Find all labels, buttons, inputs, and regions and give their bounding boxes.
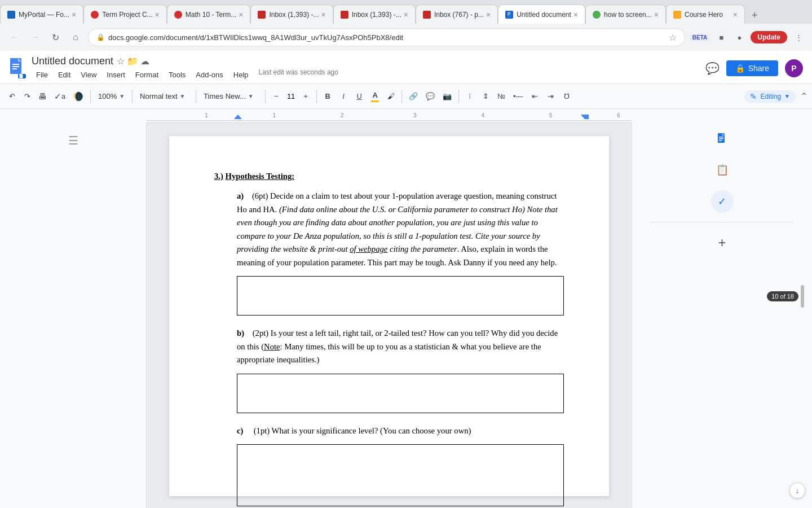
font-size-increase-button[interactable]: + <box>298 89 313 104</box>
editing-mode-chip[interactable]: ✎ Editing ▼ <box>744 90 796 103</box>
share-button[interactable]: 🔒 Share <box>726 60 778 76</box>
sheets-icon-right[interactable]: 📋 <box>711 159 734 181</box>
new-tab-button[interactable]: + <box>747 7 762 24</box>
document-page[interactable]: 3.) Hypothesis Testing: a) (6pt) Decide … <box>169 136 609 496</box>
tab-close-icon[interactable]: × <box>573 10 578 19</box>
tab-course-hero[interactable]: Course Hero × <box>666 5 745 24</box>
docs-logo: 📄 <box>9 57 27 80</box>
tab-close-icon[interactable]: × <box>155 10 160 19</box>
tab-inbox2[interactable]: Inbox (1,393) -... × <box>333 5 416 24</box>
zoom-select[interactable]: 100% ▼ <box>94 89 129 104</box>
style-select[interactable]: Normal text ▼ <box>136 89 192 104</box>
folder-icon[interactable]: 📁 <box>127 56 138 67</box>
avatar[interactable]: P <box>785 59 803 77</box>
font-size-decrease-button[interactable]: − <box>269 89 284 104</box>
style-value: Normal text <box>140 92 177 100</box>
undo-button[interactable]: ↶ <box>5 89 19 104</box>
clear-formatting-button[interactable]: ℧ <box>559 89 574 104</box>
text-color-button[interactable]: A <box>368 89 382 104</box>
menu-format[interactable]: Format <box>131 68 163 81</box>
last-edit-status: Last edit was seconds ago <box>259 68 338 81</box>
tab-myportal[interactable]: MyPortal — Fo... × <box>0 5 83 24</box>
profile-icon[interactable]: ● <box>732 30 746 44</box>
bulleted-list-button[interactable]: •— <box>510 89 527 104</box>
menu-help[interactable]: Help <box>229 68 253 81</box>
tab-how-to-screen[interactable]: how to screen... × <box>585 5 666 24</box>
tab-close-icon[interactable]: × <box>654 10 659 19</box>
extensions-icon[interactable]: ■ <box>714 30 728 44</box>
bold-button[interactable]: B <box>320 89 335 104</box>
left-panel: ☰ <box>0 122 147 508</box>
image-button[interactable]: 📷 <box>439 89 455 104</box>
answer-box-a[interactable] <box>237 276 564 316</box>
lock-icon: 🔒 <box>96 33 105 41</box>
comment-insert-button[interactable]: 💬 <box>422 89 438 104</box>
reload-button[interactable]: ↻ <box>47 29 63 45</box>
docs-header: 📄 Untitled document ☆ 📁 ☁ File Edit View… <box>0 51 812 84</box>
spellcheck-button[interactable]: ✓a <box>51 89 69 104</box>
menu-file[interactable]: File <box>32 68 52 81</box>
tasks-icon-right[interactable]: ✓ <box>711 190 734 213</box>
document-outline-icon[interactable]: ☰ <box>68 134 78 147</box>
back-button[interactable]: ← <box>7 29 23 45</box>
highlight-button[interactable]: 🖌 <box>383 89 398 104</box>
indent-increase-button[interactable]: ⇥ <box>544 89 558 104</box>
zoom-chevron-icon: ▼ <box>119 93 125 99</box>
document-title[interactable]: Untitled document <box>32 55 113 67</box>
tab-favicon <box>673 11 681 19</box>
share-label: Share <box>748 64 769 73</box>
tab-inbox1[interactable]: Inbox (1,393) -... × <box>250 5 333 24</box>
numbered-list-button[interactable]: № <box>494 89 509 104</box>
font-select[interactable]: Times New... ▼ <box>200 89 262 104</box>
document-area[interactable]: 3.) Hypothesis Testing: a) (6pt) Decide … <box>147 122 632 508</box>
tab-untitled-doc[interactable]: Untitled document × <box>498 5 585 24</box>
italic-button[interactable]: I <box>336 89 351 104</box>
tab-close-icon[interactable]: × <box>72 10 76 19</box>
tab-close-icon[interactable]: × <box>404 10 408 19</box>
divider5 <box>316 90 317 103</box>
menu-icon[interactable]: ⋮ <box>792 30 805 44</box>
svg-rect-1 <box>508 11 511 18</box>
cloud-icon[interactable]: ☁ <box>140 56 149 67</box>
tab-close-icon[interactable]: × <box>733 10 738 19</box>
menu-addons[interactable]: Add-ons <box>191 68 227 81</box>
answer-box-b[interactable] <box>237 374 564 413</box>
tab-close-icon[interactable]: × <box>239 10 243 19</box>
update-button[interactable]: Update <box>751 31 787 43</box>
indent-decrease-button[interactable]: ⇤ <box>528 89 542 104</box>
menu-tools[interactable]: Tools <box>164 68 190 81</box>
tab-title: Math 10 - Term... <box>186 11 236 19</box>
tab-favicon <box>341 11 348 19</box>
redo-button[interactable]: ↷ <box>20 89 34 104</box>
forward-button[interactable]: → <box>27 29 43 45</box>
docs-icon-right[interactable] <box>711 127 734 150</box>
tab-term-project[interactable]: Term Project C... × <box>83 5 167 24</box>
tab-title: Inbox (1,393) -... <box>352 11 401 19</box>
tab-favicon <box>7 11 15 19</box>
underline-button[interactable]: U <box>352 89 367 104</box>
tab-close-icon[interactable]: × <box>486 10 491 19</box>
tab-inbox3[interactable]: Inbox (767) - p... × <box>416 5 498 24</box>
tab-close-icon[interactable]: × <box>321 10 325 19</box>
collapse-toolbar-button[interactable]: ⌃ <box>800 91 807 102</box>
menu-view[interactable]: View <box>76 68 101 81</box>
menu-edit[interactable]: Edit <box>54 68 75 81</box>
bookmark-icon[interactable]: ☆ <box>669 32 677 43</box>
answer-box-c[interactable] <box>237 444 564 506</box>
link-button[interactable]: 🔗 <box>405 89 421 104</box>
comment-icon[interactable]: 💬 <box>705 62 720 75</box>
scrollbar-handle[interactable] <box>801 285 804 308</box>
add-icon-right[interactable]: + <box>711 231 734 254</box>
align-button[interactable]: ⁝ <box>462 89 477 104</box>
home-button[interactable]: ⌂ <box>68 29 83 45</box>
svg-rect-20 <box>719 140 722 141</box>
print-button[interactable]: 🖶 <box>35 89 50 104</box>
menu-insert[interactable]: Insert <box>102 68 130 81</box>
tab-math10[interactable]: Math 10 - Term... × <box>167 5 251 24</box>
star-icon[interactable]: ☆ <box>117 56 125 67</box>
url-bar[interactable]: 🔒 docs.google.com/document/d/1xBTWIlDlcs… <box>88 28 685 46</box>
scroll-to-bottom-button[interactable]: ↓ <box>789 483 805 498</box>
line-spacing-button[interactable]: ⇕ <box>478 89 493 104</box>
font-size-value[interactable]: 11 <box>284 92 298 100</box>
paint-format-button[interactable]: 🌘 <box>69 89 87 104</box>
